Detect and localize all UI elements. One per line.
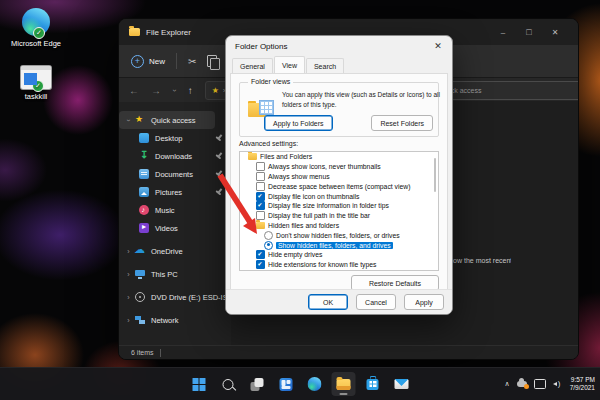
- cut-icon[interactable]: [188, 56, 196, 67]
- clock[interactable]: 9:57 PM 7/9/2021: [570, 376, 595, 392]
- desktop-icon-edge[interactable]: Microsoft Edge: [8, 8, 64, 48]
- system-tray: 9:57 PM 7/9/2021: [505, 368, 595, 400]
- checkbox-icon[interactable]: [256, 172, 265, 181]
- sidebar-item-onedrive[interactable]: OneDrive: [119, 242, 231, 260]
- details-grid-icon: [259, 100, 274, 115]
- store-taskbar-button[interactable]: [361, 372, 385, 396]
- sidebar-item-pictures[interactable]: Pictures: [119, 183, 231, 201]
- file-explorer-taskbar-button[interactable]: [332, 372, 356, 396]
- search-icon: [222, 379, 233, 390]
- advanced-item-don-t-show-hidden-files-folders-or-drives[interactable]: Don't show hidden files, folders, or dri…: [240, 230, 438, 240]
- onedrive-tray-icon[interactable]: [517, 381, 527, 387]
- tab-view[interactable]: View: [274, 56, 305, 73]
- chevron-right-icon[interactable]: [124, 248, 133, 255]
- hidden-icons-chevron-icon[interactable]: [505, 380, 510, 388]
- tab-search[interactable]: Search: [306, 58, 344, 73]
- edge-icon: [308, 377, 322, 391]
- copy-icon[interactable]: [207, 55, 217, 67]
- advanced-item-hide-extensions-for-known-file-types[interactable]: Hide extensions for known file types: [240, 260, 438, 270]
- checkbox-icon[interactable]: [256, 192, 265, 201]
- documents-icon: [139, 169, 149, 179]
- folder-icon: [256, 222, 265, 229]
- checkbox-icon[interactable]: [256, 201, 265, 210]
- recent-locations-button[interactable]: ›: [170, 89, 179, 92]
- downloads-icon: [139, 151, 149, 161]
- up-button[interactable]: ↑: [188, 85, 193, 96]
- radio-icon[interactable]: [264, 231, 273, 240]
- sidebar-item-documents[interactable]: Documents: [119, 165, 231, 183]
- folder-options-dialog: Folder Options General View Search Folde…: [225, 35, 453, 315]
- speaker-icon[interactable]: [553, 380, 563, 389]
- advanced-item-display-the-full-path-in-the-title-bar[interactable]: Display the full path in the title bar: [240, 211, 438, 221]
- cancel-button[interactable]: Cancel: [356, 294, 396, 310]
- ok-button[interactable]: OK: [308, 294, 348, 310]
- sidebar-item-music[interactable]: Music: [119, 201, 231, 219]
- radio-icon[interactable]: [264, 241, 273, 250]
- new-button[interactable]: New: [131, 55, 165, 68]
- advanced-item-label: Display file size information in folder …: [268, 202, 389, 209]
- chevron-right-icon[interactable]: [124, 294, 133, 301]
- this-pc-icon: [135, 269, 145, 279]
- advanced-item-always-show-icons-never-thumbnails[interactable]: Always show icons, never thumbnails: [240, 162, 438, 172]
- minimize-button[interactable]: [490, 21, 516, 43]
- sidebar-item-this-pc[interactable]: This PC: [119, 265, 231, 283]
- forward-button[interactable]: →: [151, 85, 161, 96]
- checkbox-icon[interactable]: [256, 250, 265, 259]
- tab-general[interactable]: General: [232, 58, 273, 73]
- widgets-taskbar-button[interactable]: [274, 372, 298, 396]
- checkbox-icon[interactable]: [256, 260, 265, 269]
- checkbox-icon[interactable]: [256, 162, 265, 171]
- sidebar-item-quick-access[interactable]: Quick access: [119, 111, 215, 129]
- explorer-sidebar: Quick accessDesktopDownloadsDocumentsPic…: [119, 101, 231, 346]
- advanced-item-files-and-folders[interactable]: Files and Folders: [240, 152, 438, 162]
- sidebar-item-network[interactable]: Network: [119, 311, 231, 329]
- desktop-icon-taskkill[interactable]: taskkill: [8, 66, 64, 101]
- advanced-item-always-show-menus[interactable]: Always show menus: [240, 172, 438, 182]
- chevron-right-icon[interactable]: [124, 271, 133, 278]
- sidebar-item-videos[interactable]: Videos: [119, 219, 231, 237]
- advanced-item-show-hidden-files-folders-and-drives[interactable]: Show hidden files, folders, and drives: [240, 240, 438, 250]
- dialog-close-icon[interactable]: [424, 36, 452, 56]
- advanced-item-label: Hidden files and folders: [268, 222, 339, 229]
- advanced-item-hide-empty-drives[interactable]: Hide empty drives: [240, 250, 438, 260]
- advanced-item-display-file-icon-on-thumbnails[interactable]: Display file icon on thumbnails: [240, 191, 438, 201]
- start-taskbar-button[interactable]: [187, 372, 211, 396]
- sidebar-item-desktop[interactable]: Desktop: [119, 129, 231, 147]
- advanced-settings-list[interactable]: Files and FoldersAlways show icons, neve…: [239, 151, 439, 271]
- dialog-title: Folder Options: [235, 42, 287, 51]
- search-taskbar-button[interactable]: [216, 372, 240, 396]
- new-button-label: New: [149, 57, 165, 66]
- folder-icon: [248, 153, 257, 160]
- advanced-item-label: Hide empty drives: [268, 251, 322, 258]
- dialog-titlebar[interactable]: Folder Options: [226, 36, 452, 56]
- scrollbar-thumb[interactable]: [434, 158, 436, 192]
- close-button[interactable]: [542, 21, 568, 43]
- apply-to-folders-button[interactable]: Apply to Folders: [264, 115, 333, 131]
- sidebar-item-label: Quick access: [151, 116, 196, 125]
- sidebar-item-downloads[interactable]: Downloads: [119, 147, 231, 165]
- display-tray-icon[interactable]: [534, 379, 546, 389]
- back-button[interactable]: ←: [129, 85, 139, 96]
- apply-button[interactable]: Apply: [404, 294, 444, 310]
- checkbox-icon[interactable]: [256, 182, 265, 191]
- tray-date: 7/9/2021: [570, 384, 595, 392]
- edge-taskbar-button[interactable]: [303, 372, 327, 396]
- widgets-icon: [279, 378, 292, 391]
- task-view-taskbar-button[interactable]: [245, 372, 269, 396]
- chevron-right-icon[interactable]: [124, 317, 133, 324]
- checkbox-icon[interactable]: [256, 211, 265, 220]
- chevron-down-icon[interactable]: [125, 116, 132, 125]
- reset-folders-button[interactable]: Reset Folders: [371, 115, 433, 131]
- sidebar-item-label: OneDrive: [151, 247, 183, 256]
- tray-time: 9:57 PM: [570, 376, 595, 384]
- advanced-item-label: Decrease space between items (compact vi…: [268, 183, 410, 190]
- maximize-button[interactable]: [516, 21, 542, 43]
- sidebar-item-label: This PC: [151, 270, 178, 279]
- onedrive-icon: [135, 246, 145, 256]
- advanced-item-decrease-space-between-items-compact-view[interactable]: Decrease space between items (compact vi…: [240, 181, 438, 191]
- mail-taskbar-button[interactable]: [390, 372, 414, 396]
- advanced-item-display-file-size-information-in-folder-tips[interactable]: Display file size information in folder …: [240, 201, 438, 211]
- items-count: 6 items: [131, 349, 154, 356]
- sidebar-item-dvd-drive-e-esd-iso[interactable]: DVD Drive (E:) ESD-ISO: [119, 288, 231, 306]
- advanced-item-hidden-files-and-folders[interactable]: Hidden files and folders: [240, 221, 438, 231]
